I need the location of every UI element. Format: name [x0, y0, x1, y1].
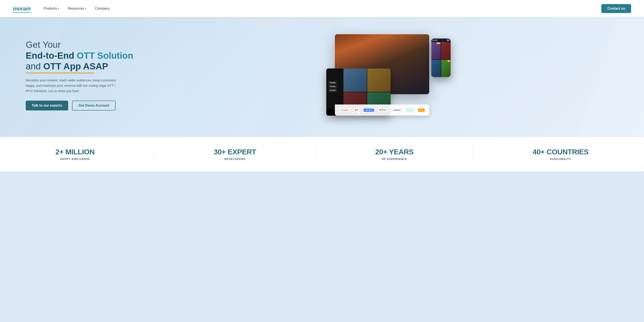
hero-buttons: Talk to our experts Get Demo Account: [26, 101, 137, 111]
talk-to-experts-button[interactable]: Talk to our experts: [26, 101, 68, 111]
logo-brand-part1: inor: [13, 5, 23, 12]
tablet-cell-1: [344, 68, 367, 92]
stat-number-countries: 40+ COUNTRIES: [532, 148, 588, 156]
phone-cell-4: HD: [441, 60, 451, 77]
nav-resources-label: Resources: [68, 7, 84, 10]
hero-content: Get Your End-to-End OTT Solution and OTT…: [26, 39, 137, 110]
platform-android: android: [406, 109, 414, 112]
tablet-labels: AVOD TVOD SVOD: [326, 79, 339, 94]
hero-title-and: and: [26, 61, 43, 71]
tablet-cell-2: [367, 68, 390, 92]
contact-us-button[interactable]: Contact us: [601, 4, 631, 13]
phone-cell-1: NEW: [431, 42, 441, 59]
hero-section: Get Your End-to-End OTT Solution and OTT…: [0, 17, 644, 137]
navbar: inorain Products ▾ Resources ▾ Company C…: [0, 0, 644, 17]
stat-item-countries: 40+ COUNTRIES AVAILABILITY: [532, 148, 588, 161]
chevron-down-icon: ▾: [58, 7, 59, 10]
platform-lg: LG webOS: [339, 109, 350, 112]
hero-title-line3: and OTT App ASAP: [26, 61, 137, 72]
nav-item-resources[interactable]: Resources ▾: [68, 7, 86, 10]
phone-header: ▶ View +: [431, 38, 451, 42]
stat-number-years: 20+ YEARS: [375, 148, 414, 156]
orange-underline-decoration: [26, 73, 94, 73]
label-tvod: TVOD: [328, 85, 338, 88]
platform-iphone: 🍎 iPhone: [378, 108, 388, 112]
stat-item-users: 2+ MILLION HAPPY END-USERS: [56, 148, 95, 161]
phone-header-label: ▶ View: [432, 39, 438, 41]
hero-title-prefix: End-to-End: [26, 50, 77, 61]
stat-label-users: HAPPY END-USERS: [56, 157, 95, 161]
mockup-container: Duna 2 2023 | 14+ | HD | 2h 20 min The s…: [326, 34, 451, 116]
nav-item-products[interactable]: Products ▾: [44, 7, 59, 10]
hero-title-line2: End-to-End OTT Solution: [26, 50, 137, 61]
hero-description: Monetize your content, reach wider audie…: [26, 78, 120, 94]
chevron-down-icon: ▾: [85, 7, 86, 10]
hero-image: Duna 2 2023 | 14+ | HD | 2h 20 min The s…: [146, 34, 631, 116]
platform-android-tv: android TV: [364, 109, 374, 112]
stat-number-developers: 30+ EXPERT: [214, 148, 256, 156]
stat-label-developers: DEVELOPERS: [214, 157, 256, 161]
nav-item-company[interactable]: Company: [95, 7, 110, 10]
platform-firetv: fire tv: [418, 109, 425, 112]
stat-number-users: 2+ MILLION: [56, 148, 95, 156]
platform-apple-tv: 🍎 tv: [354, 108, 360, 112]
phone-cell-3: [431, 60, 441, 77]
mockup-phone-screen: ▶ View + NEW HD: [431, 38, 451, 77]
phone-cell-2: [441, 42, 451, 59]
stats-section: 2+ MILLION HAPPY END-USERS 30+ EXPERT DE…: [0, 137, 644, 171]
label-svod: SVOD: [328, 89, 338, 92]
hero-title-ott: OTT Solution: [77, 50, 133, 61]
phone-badge-1: NEW: [436, 42, 440, 44]
label-avod: AVOD: [328, 81, 338, 84]
get-demo-button[interactable]: Get Demo Account: [72, 101, 116, 111]
stat-label-countries: AVAILABILITY: [532, 157, 588, 161]
logo-text: inorain: [13, 5, 31, 12]
stat-item-developers: 30+ EXPERT DEVELOPERS: [214, 148, 256, 161]
nav-products-label: Products: [44, 7, 57, 10]
platform-samsung: SAMSUNG: [392, 109, 402, 112]
nav-links: Products ▾ Resources ▾ Company: [44, 7, 601, 10]
mockup-phone: ▶ View + NEW HD: [431, 38, 451, 77]
platform-strip: LG webOS 🍎 tv android TV 🍎 iPhone SAMSUN…: [335, 105, 429, 116]
phone-content: NEW HD: [431, 42, 451, 77]
logo[interactable]: inorain: [13, 5, 31, 12]
hero-title-line1: Get Your: [26, 39, 137, 50]
nav-company-label: Company: [95, 7, 110, 10]
phone-header-btn: +: [447, 39, 449, 41]
hero-title-app: OTT App ASAP: [43, 61, 108, 71]
stat-divider-3: [473, 148, 473, 161]
stat-divider-2: [316, 148, 316, 161]
phone-badge-4: HD: [448, 60, 450, 62]
stat-item-years: 20+ YEARS OF EXPERIENCE: [375, 148, 414, 161]
logo-brand-part2: ain: [23, 5, 31, 12]
stat-label-years: OF EXPERIENCE: [375, 157, 414, 161]
